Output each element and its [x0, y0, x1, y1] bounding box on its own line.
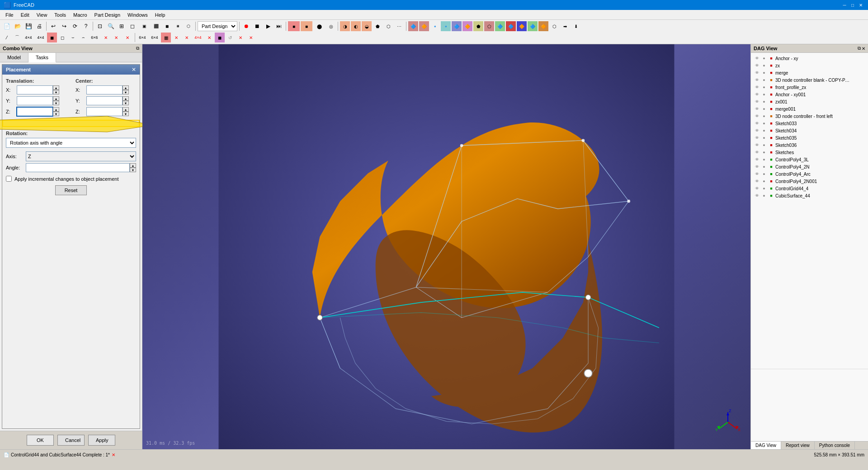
tb-close3[interactable]: ✕ — [122, 33, 133, 42]
axis-select[interactable]: X Y Z — [26, 151, 136, 161]
tb-zoom-fit[interactable]: ⊡ — [95, 21, 105, 31]
tb-bool4[interactable]: 🔹 — [441, 21, 451, 31]
tb-sketch6[interactable]: ◻ — [57, 33, 67, 42]
cy-input[interactable]: 0.00 mm — [86, 96, 123, 105]
tb-grid1[interactable]: 6×4 — [137, 33, 148, 42]
menu-help[interactable]: Help — [151, 11, 169, 19]
tb-view-box[interactable]: ◻ — [127, 21, 137, 31]
dag-item-15[interactable]: 👁 ● ■ ControlPoly4_2N — [753, 163, 866, 170]
ty-down[interactable]: ▼ — [53, 101, 59, 105]
dag-bottom-tab-report[interactable]: Report view — [781, 442, 815, 449]
dag-item-1[interactable]: 👁 ● ■ zx — [753, 62, 866, 69]
tb-bool5[interactable]: 🔷 — [452, 21, 462, 31]
tb-sketch7[interactable]: ⌣ — [68, 33, 78, 42]
tb-print[interactable]: 🖨 — [34, 21, 44, 31]
dag-item-2[interactable]: 👁 ● ■ merge — [753, 69, 866, 76]
tb-sketch1[interactable]: ∕ — [2, 33, 12, 42]
tb-op4[interactable]: ⬟ — [373, 21, 382, 31]
tb-close2[interactable]: ✕ — [111, 33, 121, 42]
tab-tasks[interactable]: Tasks — [28, 53, 56, 62]
tb-view-iso[interactable]: ⬡ — [184, 21, 193, 31]
tb-sketch4[interactable]: 4×4 — [35, 33, 47, 42]
dag-item-10[interactable]: 👁 ● ■ Sketch034 — [753, 127, 866, 134]
tb-view-front[interactable]: ▣ — [138, 21, 150, 31]
dag-item-14[interactable]: 👁 ● ■ ControlPoly4_3L — [753, 156, 866, 163]
dag-item-7[interactable]: 👁 ● ■ merge001 — [753, 105, 866, 113]
tb-bool12[interactable]: 🔷 — [528, 21, 538, 31]
dag-item-3[interactable]: 👁 ● ■ 3D node controller blank - COPY-PA… — [753, 76, 866, 84]
tb-record[interactable]: ⏺ — [241, 21, 251, 31]
dag-bottom-tab-python[interactable]: Python console — [815, 442, 855, 449]
tx-down[interactable]: ▼ — [53, 90, 59, 94]
cy-down[interactable]: ▼ — [123, 101, 129, 105]
tab-model[interactable]: Model — [0, 53, 28, 62]
tz-down[interactable]: ▼ — [53, 112, 59, 116]
tb-bool13[interactable]: 🔶 — [538, 21, 548, 31]
menu-tools[interactable]: Tools — [51, 11, 70, 19]
tb-close9[interactable]: ✕ — [246, 33, 256, 42]
dag-item-0[interactable]: 👁 ● ■ Anchor - xy — [753, 55, 866, 62]
tb-close7[interactable]: ✕ — [204, 33, 214, 42]
tb-solid2[interactable]: ■ — [301, 21, 312, 31]
tb-help2[interactable]: ? — [81, 21, 91, 31]
tb-close6[interactable]: 4×4 — [192, 33, 204, 42]
tb-sketch8[interactable]: ⌢ — [78, 33, 88, 42]
viewport[interactable]: 31.0 ms / 32.3 fps X Y Z — [142, 44, 750, 449]
angle-input[interactable]: 0.00 ° — [26, 163, 130, 172]
tb-close4[interactable]: ✕ — [171, 33, 181, 42]
dag-item-13[interactable]: 👁 ● ■ Sketches — [753, 149, 866, 156]
minimize-button[interactable]: ─ — [841, 1, 848, 9]
tb-bool8[interactable]: ⬠ — [484, 21, 494, 31]
tb-view-menu[interactable]: ⊞ — [117, 21, 127, 31]
cz-up[interactable]: ▲ — [123, 107, 129, 112]
tb-sketch3[interactable]: 4×4 — [23, 33, 34, 42]
reset-button[interactable]: Reset — [55, 185, 87, 195]
tb-op3[interactable]: ◒ — [362, 21, 372, 31]
tb-bool10[interactable]: 🔷 — [506, 21, 516, 31]
tb-open[interactable]: 📂 — [13, 21, 23, 31]
tb-op2[interactable]: ◐ — [351, 21, 361, 31]
tb-stop[interactable]: ⏹ — [252, 21, 262, 31]
status-close-btn[interactable]: ✕ — [112, 452, 115, 457]
tb-grid2[interactable]: 6×4 — [149, 33, 160, 42]
tb-bool6[interactable]: 🔶 — [462, 21, 472, 31]
menu-view[interactable]: View — [33, 11, 51, 19]
tb-view-right[interactable]: ◼ — [162, 21, 172, 31]
ok-button[interactable]: OK — [27, 435, 54, 446]
tb-solid1[interactable]: ■ — [288, 21, 300, 31]
cy-up[interactable]: ▲ — [123, 96, 129, 101]
tb-zoom-in[interactable]: 🔍 — [106, 21, 116, 31]
tb-undo[interactable]: ↩ — [48, 21, 58, 31]
tb-bool14[interactable]: ⬡ — [549, 21, 559, 31]
tb-grid3[interactable]: ▦ — [161, 33, 171, 42]
tb-sketch5[interactable]: ◼ — [47, 33, 57, 42]
tb-solid4[interactable]: ◎ — [326, 21, 336, 31]
cancel-button[interactable]: Cancel — [57, 435, 85, 446]
ty-up[interactable]: ▲ — [53, 96, 59, 101]
tb-sketch9[interactable]: 6×6 — [89, 33, 100, 42]
ty-input[interactable]: 0.00 mm — [17, 96, 53, 105]
tb-new[interactable]: 📄 — [2, 21, 12, 31]
dag-item-19[interactable]: 👁 ● ■ CubicSurface_44 — [753, 192, 866, 199]
cx-up[interactable]: ▲ — [123, 85, 129, 90]
cx-down[interactable]: ▼ — [123, 90, 129, 94]
tb-bool9[interactable]: 🔷 — [495, 21, 505, 31]
maximize-button[interactable]: □ — [849, 1, 856, 9]
tb-bool1[interactable]: 🔷 — [408, 21, 418, 31]
dag-item-8[interactable]: 👁 ● ■ 3D node controller - front left — [753, 113, 866, 120]
dag-item-16[interactable]: 👁 ● ■ ControlPoly4_Arc — [753, 170, 866, 178]
tb-skip[interactable]: ⏭ — [274, 21, 284, 31]
menu-windows[interactable]: Windows — [124, 11, 151, 19]
tx-up[interactable]: ▲ — [53, 85, 59, 90]
dag-item-4[interactable]: 👁 ● ■ front_profile_zx — [753, 84, 866, 91]
dag-item-18[interactable]: 👁 ● ■ ControlGrid44_4 — [753, 185, 866, 192]
tb-view-wire[interactable]: ⬡ — [383, 21, 393, 31]
dag-close-btn[interactable]: ✕ — [862, 46, 865, 51]
tx-input[interactable]: 0.00 mm — [17, 85, 53, 94]
tb-redo[interactable]: ↪ — [59, 21, 69, 31]
tb-bool3[interactable]: 🔹 — [430, 21, 440, 31]
tb-bool11[interactable]: 🔶 — [517, 21, 527, 31]
tb-solid3[interactable]: ⬤ — [313, 21, 325, 31]
dag-item-6[interactable]: 👁 ● ■ zx001 — [753, 98, 866, 105]
rotation-mode-select[interactable]: Rotation axis with angle Euler angles (y… — [6, 138, 136, 148]
